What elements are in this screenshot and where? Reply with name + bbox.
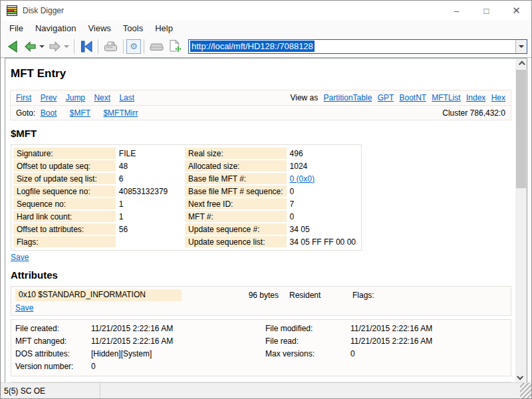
url-input[interactable]: http://local/mft/HD128:/7088128 [188, 39, 527, 54]
close-button[interactable]: ✕ [501, 1, 531, 21]
skip-first-icon [79, 40, 93, 53]
disk-icon [149, 40, 164, 53]
table-row: Offset to attributes: 56 Update sequence… [13, 223, 359, 235]
field-label: Allocated size: [185, 160, 287, 172]
menu-tools[interactable]: Tools [117, 22, 149, 35]
field-value: 496 [287, 148, 359, 159]
resize-grip-icon[interactable] [520, 383, 531, 398]
window-title: Disk Digger [23, 6, 64, 15]
detail-value: 11/21/2015 2:22:16 AM [350, 336, 507, 347]
field-label: Base file MFT # sequence: [185, 186, 287, 197]
view-partitiontable-link[interactable]: PartitionTable [324, 93, 372, 102]
field-label: Flags: [13, 236, 116, 247]
detail-value: [Hidden][System] [91, 348, 265, 360]
detail-label: Version number: [15, 361, 91, 372]
field-value: 40853132379 [116, 186, 185, 197]
chevron-down-icon [517, 374, 523, 380]
new-file-icon [168, 39, 182, 53]
nav-next-link[interactable]: Next [94, 93, 110, 102]
view-hex-link[interactable]: Hex [491, 93, 505, 102]
view-bootnt-link[interactable]: BootNT [399, 93, 426, 102]
attribute-flags-label: Flags: [352, 291, 374, 300]
field-value: 48 [116, 160, 185, 172]
field-value: 1 [116, 211, 185, 222]
detail-value: 11/21/2015 2:22:16 AM [91, 323, 265, 334]
status-panel [100, 383, 520, 398]
toolbar-separator [144, 39, 144, 54]
nav-prev-link[interactable]: Prev [41, 93, 57, 102]
detail-label: File created: [15, 323, 91, 334]
maximize-button[interactable]: □ [471, 1, 501, 21]
disk-button[interactable] [147, 39, 166, 55]
nav-jump-link[interactable]: Jump [66, 93, 85, 102]
menu-views[interactable]: Views [82, 22, 116, 35]
field-label: Sequence no: [13, 198, 116, 209]
field-value: 1024 [287, 160, 359, 172]
nav-first-link[interactable]: First [16, 93, 31, 102]
field-label: MFT #: [185, 211, 287, 222]
back-history-caret[interactable] [39, 45, 45, 48]
menu-navigation[interactable]: Navigation [29, 22, 82, 35]
forward-arrow-button[interactable] [47, 39, 63, 54]
vertical-scrollbar[interactable] [515, 59, 527, 382]
attribute-save-link[interactable]: Save [15, 303, 33, 313]
forward-history-caret[interactable] [64, 45, 69, 48]
base-file-mft-link[interactable]: 0 (0x0) [290, 174, 315, 184]
menu-file[interactable]: File [3, 22, 29, 35]
scrollbar-thumb[interactable] [516, 70, 526, 188]
field-label: Logfile sequence no: [13, 186, 116, 197]
reader-icon [103, 40, 118, 53]
field-value: 34 05 FF FF 00 00 [287, 236, 359, 247]
attribute-block-standard-information: 0x10 $STANDARD_INFORMATION 96 bytes Resi… [11, 286, 511, 316]
mft-section-heading: $MFT [11, 128, 511, 139]
field-value: 1 [116, 198, 185, 209]
field-value: 34 05 [287, 223, 359, 235]
back-arrow-button[interactable] [22, 39, 39, 54]
table-row: Flags: Update sequence list: 34 05 FF FF… [13, 236, 359, 247]
tool-bar: ⚙ http://local/mft/HD128:/7088128 [1, 35, 531, 58]
attribute-name: 0x10 $STANDARD_INFORMATION [15, 289, 182, 301]
detail-value: 11/21/2015 2:22:16 AM [350, 323, 507, 334]
url-dropdown-button[interactable] [515, 40, 527, 53]
field-value: FILE [116, 148, 185, 159]
mft-save-link[interactable]: Save [11, 253, 29, 262]
table-row: Size of update seq list: 6 Base file MFT… [13, 173, 359, 184]
goto-mft-link[interactable]: $MFT [70, 108, 90, 118]
goto-boot-link[interactable]: Boot [41, 108, 57, 118]
url-text: http://local/mft/HD128:/7088128 [190, 41, 315, 52]
skip-first-button[interactable] [77, 39, 95, 55]
table-row: Logfile sequence no: 40853132379 Base fi… [13, 186, 359, 197]
detail-value: 0 [91, 361, 265, 372]
scroll-down-button[interactable] [515, 371, 527, 382]
chevron-down-icon [519, 45, 524, 48]
field-label: Hard link count: [13, 211, 116, 222]
scroll-up-button[interactable] [515, 59, 527, 70]
view-as-label: View as [290, 93, 318, 102]
page-title: MFT Entry [11, 67, 511, 80]
toolbar-separator [123, 39, 124, 54]
settings-button[interactable]: ⚙ [126, 39, 141, 54]
minimize-button[interactable]: – [442, 1, 471, 21]
back-triangle-button[interactable] [5, 39, 22, 55]
nav-last-link[interactable]: Last [119, 93, 134, 102]
nav-row-goto: Goto: Boot $MFT $MFTMirr Cluster 786,432… [11, 105, 511, 120]
mft-table: Signature: FILE Real size: 496 Offset to… [11, 144, 362, 251]
view-mftlist-link[interactable]: MFTList [432, 93, 460, 102]
detail-value [350, 361, 507, 372]
field-value: 7 [287, 198, 359, 209]
new-file-button[interactable] [166, 38, 184, 55]
goto-mftmirr-link[interactable]: $MFTMirr [103, 108, 138, 118]
field-value: 6 [116, 173, 185, 184]
reader-button[interactable] [101, 39, 120, 55]
standard-information-details: File created: 11/21/2015 2:22:16 AM File… [11, 319, 511, 376]
field-label: Offset to update seq: [13, 160, 116, 172]
attribute-residency: Resident [289, 291, 339, 300]
content-area: MFT Entry First Prev Jump Next Last View… [5, 58, 527, 382]
forward-arrow-icon [49, 41, 61, 53]
view-gpt-link[interactable]: GPT [378, 93, 394, 102]
toolbar-separator [74, 39, 74, 54]
status-bar: 5(5) SC OE [1, 382, 531, 398]
view-index-link[interactable]: Index [466, 93, 485, 102]
scrollbar-track[interactable] [515, 70, 527, 371]
menu-help[interactable]: Help [149, 22, 179, 35]
